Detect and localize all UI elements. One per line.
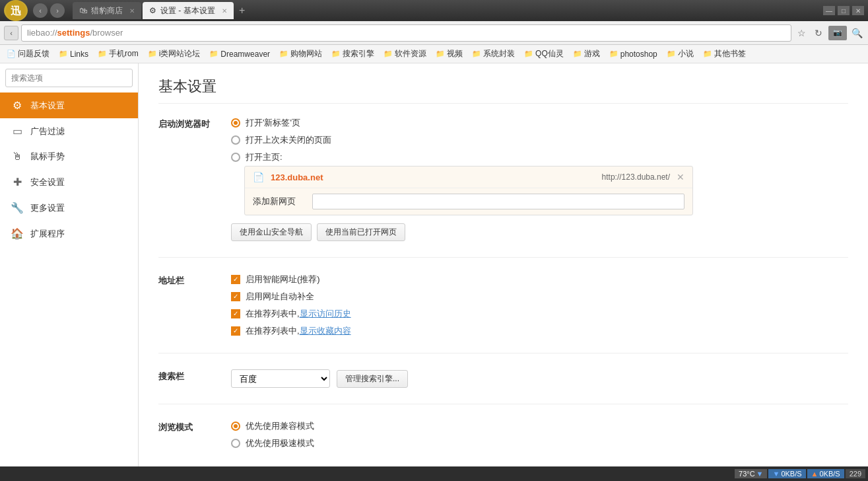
roms-folder-icon: 📁 [98, 50, 107, 58]
qq-folder-icon: 📁 [524, 50, 533, 58]
bookmark-software[interactable]: 📁 软件资源 [380, 47, 430, 61]
site-name: 123.duba.net [271, 172, 595, 182]
minimize-button[interactable]: — [823, 6, 835, 15]
bookmark-roms[interactable]: 📁 手机rom [94, 47, 143, 61]
homepage-remove-button[interactable]: ✕ [677, 172, 684, 182]
maximize-button[interactable]: □ [838, 6, 850, 15]
bookmark-photoshop[interactable]: 📁 photoshop [605, 48, 661, 60]
sidebar-item-basic-label: 基本设置 [30, 100, 65, 112]
homepage-site-row: 📄 123.duba.net http://123.duba.net/ ✕ [245, 166, 692, 188]
browser-mode-content: 优先使用兼容模式 优先使用极速模式 [231, 420, 848, 449]
btn-jinshan[interactable]: 使用金山安全导航 [231, 223, 312, 241]
refresh-button[interactable]: ↻ [811, 26, 826, 40]
favorite-button[interactable]: ☆ [794, 26, 809, 40]
bookmark-forum[interactable]: 📁 i类网站论坛 [144, 47, 205, 61]
sw-folder-icon: 📁 [384, 50, 393, 58]
new-tab-button[interactable]: + [235, 3, 250, 18]
tab-store-icon: 🛍 [79, 6, 87, 15]
tab-settings-label: 设置 - 基本设置 [160, 5, 215, 17]
bookmark-games[interactable]: 📁 游戏 [569, 47, 604, 61]
bookmark-syspack[interactable]: 📁 系统封装 [468, 47, 519, 61]
sidebar-item-basic[interactable]: ⚙ 基本设置 [0, 92, 138, 118]
back-button[interactable]: ‹ [33, 3, 48, 18]
radio-last-session[interactable]: 打开上次未关闭的页面 [231, 134, 848, 146]
content-area: 基本设置 启动浏览器时 打开'新标签'页 打开上次未关闭的页面 打开主页: [139, 63, 868, 466]
section-addressbar: 地址栏 启用智能网址(推荐) 启用网址自动补全 在推荐列表中,显示访问历史 [158, 274, 848, 353]
sidebar-item-adblock[interactable]: ▭ 广告过滤 [0, 118, 138, 144]
page-title: 基本设置 [158, 77, 848, 104]
radio-homepage[interactable]: 打开主页: [231, 151, 848, 163]
cb-show-history[interactable]: 在推荐列表中,显示访问历史 [231, 308, 848, 320]
browser-mode-radio-group: 优先使用兼容模式 优先使用极速模式 [231, 420, 848, 449]
temperature-value: 73°C [739, 470, 755, 478]
bookmark-other[interactable]: 📁 其他书签 [699, 47, 750, 61]
upload-speed-display: ▲ 0KB/S [807, 469, 844, 478]
bookmark-shopping[interactable]: 📁 购物网站 [275, 47, 326, 61]
radio-speed-mode[interactable]: 优先使用极速模式 [231, 437, 848, 449]
radio-new-tab[interactable]: 打开'新标签'页 [231, 117, 848, 129]
status-bar: 73°C ▼ ▼ 0KB/S ▲ 0KB/S 229 [0, 466, 868, 481]
search-box[interactable] [5, 69, 133, 87]
sidebar-item-security-label: 安全设置 [30, 176, 65, 188]
bookmark-video[interactable]: 📁 视频 [432, 47, 467, 61]
add-page-input[interactable] [312, 194, 684, 209]
tab-settings-close[interactable]: ✕ [222, 7, 227, 15]
btn-current-page[interactable]: 使用当前已打开网页 [317, 223, 405, 241]
close-button[interactable]: ✕ [852, 6, 864, 15]
forward-button[interactable]: › [50, 3, 65, 18]
addressbar-label: 地址栏 [158, 274, 231, 337]
tab-store-close[interactable]: ✕ [129, 7, 135, 15]
bookmark-search[interactable]: 📁 搜索引擎 [327, 47, 378, 61]
links-folder-icon: 📁 [59, 50, 68, 58]
browser-logo: 迅 [4, 0, 28, 21]
bookmark-qq[interactable]: 📁 QQ仙灵 [520, 47, 568, 61]
sidebar-item-adblock-label: 广告过滤 [30, 126, 65, 137]
forum-folder-icon: 📁 [148, 50, 157, 58]
sidebar-item-extensions[interactable]: 🏠 扩展程序 [0, 221, 138, 246]
cb-show-history-box [231, 309, 240, 318]
bookmark-links[interactable]: 📁 Links [55, 48, 92, 60]
tab-settings[interactable]: ⚙ 设置 - 基本设置 ✕ [143, 2, 234, 19]
screenshot-button[interactable]: 📷 [828, 26, 847, 40]
tab-liebao-store[interactable]: 🛍 猎豹商店 ✕ [73, 2, 141, 19]
search-bar-label: 搜索栏 [158, 369, 231, 388]
extra-value: 229 [850, 470, 861, 478]
video-folder-icon: 📁 [436, 50, 445, 58]
radio-compat-mode[interactable]: 优先使用兼容模式 [231, 420, 848, 432]
bookmark-feedback[interactable]: 📄 问题反馈 [3, 47, 53, 61]
search-bar-content: 百度 谷歌 必应 搜狗 管理搜索引擎... [231, 369, 848, 388]
search-select-row: 百度 谷歌 必应 搜狗 管理搜索引擎... [231, 369, 848, 388]
main-layout: ⚙ 基本设置 ▭ 广告过滤 🖱 鼠标手势 ✚ 安全设置 🔧 更多设置 🏠 扩展程… [0, 63, 868, 466]
search-input[interactable] [11, 73, 127, 83]
search-engine-select[interactable]: 百度 谷歌 必应 搜狗 [231, 369, 330, 388]
manage-search-engines-button[interactable]: 管理搜索引擎... [337, 370, 408, 388]
site-url: http://123.duba.net/ [602, 172, 670, 182]
sidebar-item-security[interactable]: ✚ 安全设置 [0, 169, 138, 195]
cb-show-favorites[interactable]: 在推荐列表中,显示收藏内容 [231, 325, 848, 337]
search-button[interactable]: 🔍 [850, 26, 864, 40]
bookmark-novel[interactable]: 📁 小说 [663, 47, 698, 61]
radio-new-tab-btn [231, 118, 240, 128]
mouse-icon: 🖱 [11, 151, 24, 163]
show-history-link[interactable]: 显示访问历史 [300, 309, 351, 318]
sidebar-item-more[interactable]: 🔧 更多设置 [0, 195, 138, 221]
shop-folder-icon: 📁 [279, 50, 288, 58]
section-startup: 启动浏览器时 打开'新标签'页 打开上次未关闭的页面 打开主页: [158, 117, 848, 258]
dl-arrow: ▼ [772, 470, 780, 478]
cb-smart-url[interactable]: 启用智能网址(推荐) [231, 274, 848, 285]
address-bar: ‹ liebao://settings/browser ☆ ↻ 📷 🔍 [0, 21, 868, 45]
radio-compat-btn [231, 422, 240, 431]
dw-folder-icon: 📁 [209, 50, 218, 58]
show-favorites-link[interactable]: 显示收藏内容 [300, 326, 351, 336]
ps-folder-icon: 📁 [609, 50, 618, 58]
bookmark-dreamweaver[interactable]: 📁 Dreamweaver [205, 48, 274, 60]
wrench-icon: 🔧 [11, 202, 24, 214]
cb-smart-url-box [231, 275, 240, 284]
addr-back-button[interactable]: ‹ [4, 26, 18, 40]
sidebar-item-mouse[interactable]: 🖱 鼠标手势 [0, 144, 138, 169]
cb-autocomplete[interactable]: 启用网址自动补全 [231, 291, 848, 303]
tab-bar: 🛍 猎豹商店 ✕ ⚙ 设置 - 基本设置 ✕ + [73, 2, 820, 19]
ul-arrow: ▲ [811, 470, 818, 478]
feedback-icon: 📄 [7, 50, 16, 58]
title-bar: 迅 ‹ › 🛍 猎豹商店 ✕ ⚙ 设置 - 基本设置 ✕ + — □ ✕ [0, 0, 868, 21]
